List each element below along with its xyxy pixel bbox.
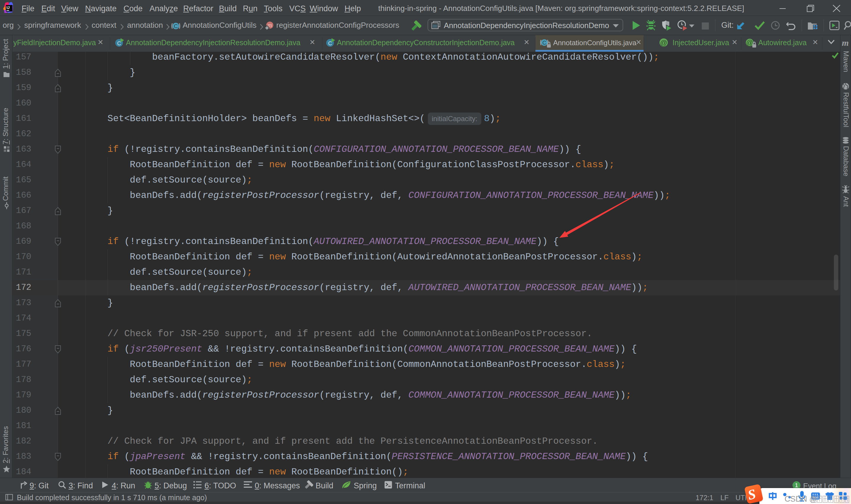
svg-text:IJ: IJ	[6, 5, 10, 10]
svg-text:C: C	[328, 40, 332, 47]
svg-text:@: @	[746, 39, 753, 47]
svg-text:C: C	[117, 40, 121, 47]
svg-text:C: C	[543, 40, 546, 46]
svg-text:C: C	[174, 23, 178, 29]
svg-text:@: @	[660, 39, 667, 47]
